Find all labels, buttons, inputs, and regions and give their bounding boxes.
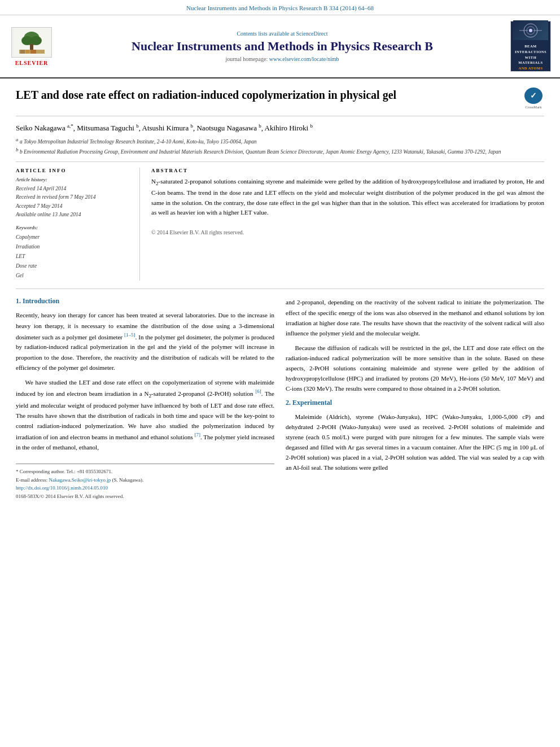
svg-point-11 xyxy=(529,29,532,32)
keyword-let: LET xyxy=(16,252,132,261)
beam-cover-block: BEAMINTERACTIONSWITHMATERIALSAND ATOMS xyxy=(510,21,551,72)
crossmark-label: CrossMark xyxy=(526,105,542,109)
sciencedirect-link[interactable]: ScienceDirect xyxy=(296,30,327,37)
section1-para2: We have studied the LET and dose rate ef… xyxy=(16,377,274,452)
section1-para1: Recently, heavy ion therapy for cancer h… xyxy=(16,310,274,373)
author-taguchi: Mitsumasa Taguchi b, xyxy=(77,124,141,132)
abstract-heading: ABSTRACT xyxy=(151,168,544,173)
revised-date: Received in revised form 7 May 2014 xyxy=(16,193,132,202)
authors-block: Seiko Nakagawa a,*, Mitsumasa Taguchi b,… xyxy=(16,123,544,162)
article-info-heading: ARTICLE INFO xyxy=(16,168,132,173)
svg-rect-6 xyxy=(20,50,25,54)
body-right-col: and 2-propanol, depending on the reactiv… xyxy=(286,297,544,500)
history-subheading: Article history: xyxy=(16,177,132,182)
footnote-section: * Corresponding author. Tel.: +81 035530… xyxy=(16,464,274,500)
beam-cover-image: BEAMINTERACTIONSWITHMATERIALSAND ATOMS xyxy=(510,21,551,72)
received-date: Received 14 April 2014 xyxy=(16,185,132,193)
journal-citation-link[interactable]: Nuclear Instruments and Methods in Physi… xyxy=(186,5,374,11)
svg-rect-8 xyxy=(30,50,36,54)
crossmark-icon: ✓ xyxy=(524,88,542,104)
article-title-block: LET and dose rate effect on radiation-in… xyxy=(16,88,544,116)
footnote-issn: 0168-583X/© 2014 Elsevier B.V. All right… xyxy=(16,492,274,500)
authors-line: Seiko Nakagawa a,*, Mitsumasa Taguchi b,… xyxy=(16,123,544,133)
contents-text: Contents lists available at xyxy=(237,30,294,37)
footnote-email-link[interactable]: Nakagawa.Seiko@iri-tokyo.jp xyxy=(49,477,111,483)
elsevier-brand-text: ELSEVIER xyxy=(15,60,49,66)
journal-homepage: journal homepage: www.elsevier.com/locat… xyxy=(61,56,504,62)
section1-para3: and 2-propanol, depending on the reactiv… xyxy=(286,297,544,338)
accepted-date: Accepted 7 May 2014 xyxy=(16,202,132,211)
section1-para4: Because the diffusion of radicals will b… xyxy=(286,343,544,394)
author-hiroki: Akihiro Hiroki b xyxy=(265,124,313,132)
keywords-heading: Keywords: xyxy=(16,225,132,230)
online-date: Available online 13 June 2014 xyxy=(16,211,132,219)
journal-url[interactable]: www.elsevier.com/locate/nimb xyxy=(269,56,339,62)
cite-1-5: [1–5] xyxy=(124,332,135,338)
article-title: LET and dose rate effect on radiation-in… xyxy=(16,88,523,102)
affiliation-b: b b Environmental Radiation Processing G… xyxy=(16,146,544,156)
journal-logo-block: ELSEVIER xyxy=(9,27,54,66)
article-container: LET and dose rate effect on radiation-in… xyxy=(0,78,560,509)
footnote-doi: http://dx.doi.org/10.1016/j.nimb.2014.05… xyxy=(16,484,274,492)
elsevier-logo-image xyxy=(11,27,52,58)
doi-link[interactable]: http://dx.doi.org/10.1016/j.nimb.2014.05… xyxy=(16,485,108,491)
abstract-col: ABSTRACT N2-saturated 2-propanol solutio… xyxy=(151,168,544,281)
body-divider xyxy=(16,289,544,289)
footnote-corresponding: * Corresponding author. Tel.: +81 035530… xyxy=(16,468,274,475)
keyword-copolymer: Copolymer xyxy=(16,233,132,242)
affiliation-a: a a Tokyo Metropolitan Industrial Techno… xyxy=(16,136,544,146)
section2-heading: 2. Experimental xyxy=(286,399,544,407)
section1-heading: 1. Introduction xyxy=(16,297,274,305)
keywords-list: Copolymer Irradiation LET Dose rate Gel xyxy=(16,233,132,281)
keyword-gel: Gel xyxy=(16,271,132,281)
keyword-dose-rate: Dose rate xyxy=(16,261,132,271)
abstract-copyright: © 2014 Elsevier B.V. All rights reserved… xyxy=(151,229,244,235)
cite-6: [6] xyxy=(255,388,261,394)
footnote-email: E-mail address: Nakagawa.Seiko@iri-tokyo… xyxy=(16,476,274,484)
section2-para1: Maleimide (Aldrich), styrene (Wako-Junya… xyxy=(286,412,544,473)
abstract-text: N2-saturated 2-propanol solutions contai… xyxy=(151,177,544,238)
author-nagasawa: Naotsugu Nagasawa b, xyxy=(196,124,263,132)
journal-title-block: Contents lists available at ScienceDirec… xyxy=(61,30,504,62)
author-nakagawa: Seiko Nakagawa a,*, xyxy=(16,124,75,132)
contents-available-line: Contents lists available at ScienceDirec… xyxy=(61,30,504,37)
info-abstract-block: ARTICLE INFO Article history: Received 1… xyxy=(16,168,544,281)
journal-name: Nuclear Instruments and Methods in Physi… xyxy=(61,39,504,54)
body-left-col: 1. Introduction Recently, heavy ion ther… xyxy=(16,297,274,500)
journal-citation-banner: Nuclear Instruments and Methods in Physi… xyxy=(0,0,560,15)
crossmark-block: ✓ CrossMark xyxy=(523,88,544,109)
author-kimura: Atsushi Kimura b, xyxy=(142,124,195,132)
article-info-col: ARTICLE INFO Article history: Received 1… xyxy=(16,168,140,281)
keyword-irradiation: Irradiation xyxy=(16,242,132,252)
abstract-body: N2-saturated 2-propanol solutions contai… xyxy=(151,178,544,216)
cite-7: [7] xyxy=(195,432,201,438)
body-two-col: 1. Introduction Recently, heavy ion ther… xyxy=(16,297,544,500)
svg-rect-7 xyxy=(26,50,29,54)
svg-point-3 xyxy=(30,36,42,45)
journal-header: ELSEVIER Contents lists available at Sci… xyxy=(0,15,560,78)
